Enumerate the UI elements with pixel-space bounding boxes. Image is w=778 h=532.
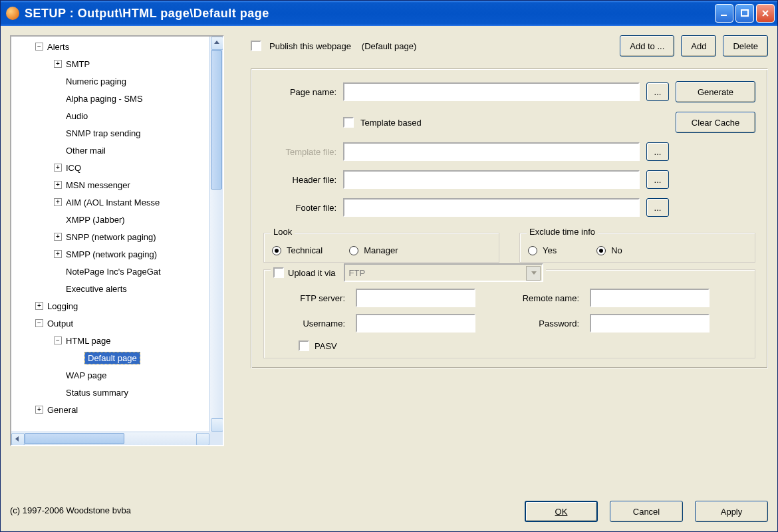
header-file-input[interactable] xyxy=(343,170,640,189)
generate-button[interactable]: Generate xyxy=(676,81,755,102)
template-based-checkbox[interactable] xyxy=(343,117,354,128)
template-file-label: Template file: xyxy=(263,147,336,157)
expand-icon[interactable]: + xyxy=(54,198,62,206)
publish-checkbox[interactable] xyxy=(251,41,261,51)
tree-item-output[interactable]: −Output xyxy=(17,315,209,332)
tree-item-alpha-paging[interactable]: Alpha paging - SMS xyxy=(17,90,209,107)
tree-item-status-summary[interactable]: Status summary xyxy=(17,384,209,401)
look-manager-radio[interactable]: Manager xyxy=(349,245,398,255)
nav-tree: −Alerts +SMTP Numeric paging Alpha pagin… xyxy=(10,35,224,446)
chevron-down-icon xyxy=(531,271,537,275)
tree-item-default-page[interactable]: Default page xyxy=(17,349,209,366)
radio-icon xyxy=(596,246,606,255)
pasv-label: PASV xyxy=(315,341,337,351)
radio-icon xyxy=(272,246,281,255)
page-name-input[interactable] xyxy=(343,82,640,101)
look-group: Look Technical Manager xyxy=(263,233,499,263)
tree-item-aim[interactable]: +AIM (AOL Instant Messe xyxy=(17,194,209,211)
header-file-browse-button[interactable]: ... xyxy=(646,170,669,189)
publish-label: Publish this webpage xyxy=(269,41,351,51)
scrollbar-corner xyxy=(209,432,223,445)
scrollbar-thumb[interactable] xyxy=(25,433,124,444)
tree-item-numeric-paging[interactable]: Numeric paging xyxy=(17,72,209,90)
remote-name-label: Remote name: xyxy=(486,293,579,303)
upload-group: Upload it via FTP FTP server: Remote nam… xyxy=(263,269,755,358)
upload-legend: Upload it via xyxy=(288,268,336,278)
expand-icon[interactable]: + xyxy=(54,60,62,68)
collapse-icon[interactable]: − xyxy=(54,336,62,344)
upload-checkbox[interactable] xyxy=(273,267,284,278)
header-file-label: Header file: xyxy=(263,175,336,185)
close-button[interactable] xyxy=(756,4,775,23)
svg-rect-0 xyxy=(721,15,727,16)
tree-item-other-mail[interactable]: Other mail xyxy=(17,142,209,159)
page-settings-group: Page name: ... Generate Template based C… xyxy=(251,68,768,368)
tree-item-audio[interactable]: Audio xyxy=(17,107,209,124)
exclude-legend: Exclude time info xyxy=(527,227,598,237)
tree-item-smpp[interactable]: +SMPP (network paging) xyxy=(17,245,209,263)
exclude-time-group: Exclude time info Yes No xyxy=(519,233,755,263)
maximize-button[interactable] xyxy=(735,4,754,23)
look-technical-radio[interactable]: Technical xyxy=(272,245,323,255)
radio-icon xyxy=(349,246,358,255)
minimize-button[interactable] xyxy=(715,4,733,23)
tree-item-snmp-trap[interactable]: SNMP trap sending xyxy=(17,124,209,142)
template-file-browse-button[interactable]: ... xyxy=(646,142,669,161)
tree-item-wap-page[interactable]: WAP page xyxy=(17,366,209,384)
expand-icon[interactable]: + xyxy=(54,164,62,172)
scrollbar-thumb[interactable] xyxy=(211,50,222,190)
current-page-label: (Default page) xyxy=(362,41,416,51)
exclude-no-radio[interactable]: No xyxy=(596,245,622,255)
footer-file-input[interactable] xyxy=(343,198,640,217)
footer-file-browse-button[interactable]: ... xyxy=(646,198,669,217)
template-based-label: Template based xyxy=(360,118,422,128)
radio-icon xyxy=(528,246,537,255)
tree-item-alerts[interactable]: −Alerts xyxy=(17,38,209,55)
titlebar[interactable]: SETUP : Output\HTML page\Default page xyxy=(1,1,777,26)
remote-name-input[interactable] xyxy=(590,289,710,307)
ok-button[interactable]: OK xyxy=(525,501,598,522)
expand-icon[interactable]: + xyxy=(54,233,62,241)
app-icon xyxy=(6,7,19,20)
tree-scrollbar-vertical[interactable] xyxy=(209,37,223,432)
ftp-server-input[interactable] xyxy=(356,289,475,307)
clear-cache-button[interactable]: Clear Cache xyxy=(676,112,755,133)
window-title: SETUP : Output\HTML page\Default page xyxy=(25,7,715,21)
tree-item-icq[interactable]: +ICQ xyxy=(17,159,209,176)
password-input[interactable] xyxy=(590,314,710,332)
expand-icon[interactable]: + xyxy=(54,250,62,258)
expand-icon[interactable]: + xyxy=(35,406,43,414)
delete-button[interactable]: Delete xyxy=(723,35,768,57)
collapse-icon[interactable]: − xyxy=(35,43,43,51)
tree-item-general[interactable]: +General xyxy=(17,401,209,418)
tree-item-xmpp[interactable]: XMPP (Jabber) xyxy=(17,211,209,228)
template-file-input[interactable] xyxy=(343,142,640,161)
tree-item-logging[interactable]: +Logging xyxy=(17,297,209,315)
exclude-yes-radio[interactable]: Yes xyxy=(528,245,557,255)
collapse-icon[interactable]: − xyxy=(35,319,43,327)
username-label: Username: xyxy=(272,319,345,329)
tree-item-notepage[interactable]: NotePage Inc's PageGat xyxy=(17,263,209,280)
tree-scrollbar-horizontal[interactable] xyxy=(11,432,209,445)
password-label: Password: xyxy=(486,319,579,329)
expand-icon[interactable]: + xyxy=(54,181,62,189)
tree-item-msn[interactable]: +MSN messenger xyxy=(17,176,209,194)
add-button[interactable]: Add xyxy=(681,35,716,57)
cancel-button[interactable]: Cancel xyxy=(610,501,683,522)
pasv-checkbox[interactable] xyxy=(299,340,309,351)
upload-protocol-select[interactable]: FTP xyxy=(344,263,543,282)
tree-item-html-page[interactable]: −HTML page xyxy=(17,332,209,349)
apply-button[interactable]: Apply xyxy=(695,501,768,522)
username-input[interactable] xyxy=(356,314,475,332)
copyright-label: (c) 1997-2006 Woodstone bvba xyxy=(10,505,131,515)
tree-item-smtp[interactable]: +SMTP xyxy=(17,55,209,72)
page-name-label: Page name: xyxy=(263,87,336,97)
svg-rect-1 xyxy=(741,10,748,16)
tree-item-executive[interactable]: Executive alerts xyxy=(17,280,209,297)
setup-window: SETUP : Output\HTML page\Default page −A… xyxy=(0,0,778,532)
add-to-button[interactable]: Add to ... xyxy=(620,35,674,57)
page-name-browse-button[interactable]: ... xyxy=(646,82,669,101)
ftp-server-label: FTP server: xyxy=(272,293,345,303)
expand-icon[interactable]: + xyxy=(35,302,43,310)
tree-item-snpp[interactable]: +SNPP (network paging) xyxy=(17,228,209,245)
